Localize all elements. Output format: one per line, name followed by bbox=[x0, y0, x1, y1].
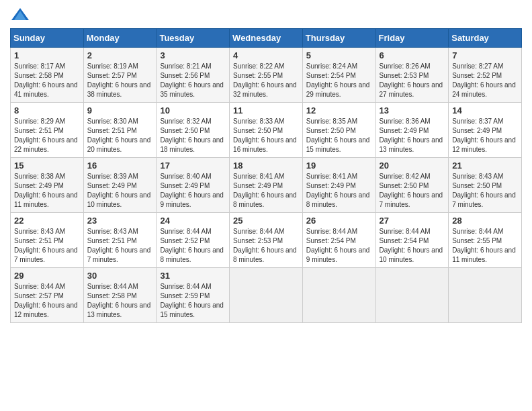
day-number: 7 bbox=[452, 50, 518, 60]
calendar-cell: 16 Sunrise: 8:39 AM Sunset: 2:49 PM Dayl… bbox=[83, 158, 157, 213]
daylight-label: Daylight: 6 hours and 7 minutes. bbox=[380, 191, 443, 208]
sunset-label: Sunset: 2:54 PM bbox=[380, 237, 429, 244]
sunrise-label: Sunrise: 8:41 AM bbox=[306, 173, 357, 180]
day-info: Sunrise: 8:36 AM Sunset: 2:49 PM Dayligh… bbox=[380, 117, 445, 154]
calendar-cell: 11 Sunrise: 8:33 AM Sunset: 2:50 PM Dayl… bbox=[230, 103, 303, 158]
daylight-label: Daylight: 6 hours and 12 minutes. bbox=[14, 302, 78, 318]
sunrise-label: Sunrise: 8:44 AM bbox=[14, 283, 65, 290]
calendar-cell: 3 Sunrise: 8:21 AM Sunset: 2:56 PM Dayli… bbox=[157, 48, 230, 103]
sunset-label: Sunset: 2:54 PM bbox=[306, 72, 356, 79]
calendar-cell: 31 Sunrise: 8:44 AM Sunset: 2:59 PM Dayl… bbox=[157, 268, 230, 323]
daylight-label: Daylight: 6 hours and 22 minutes. bbox=[14, 136, 78, 153]
sunrise-label: Sunrise: 8:29 AM bbox=[14, 118, 65, 125]
daylight-label: Daylight: 6 hours and 7 minutes. bbox=[87, 246, 151, 263]
daylight-label: Daylight: 6 hours and 32 minutes. bbox=[233, 81, 297, 98]
day-number: 20 bbox=[380, 161, 445, 171]
sunrise-label: Sunrise: 8:38 AM bbox=[14, 173, 65, 180]
day-number: 8 bbox=[14, 105, 80, 116]
sunrise-label: Sunrise: 8:27 AM bbox=[452, 62, 503, 70]
sunrise-label: Sunrise: 8:37 AM bbox=[452, 118, 503, 125]
calendar-cell: 6 Sunrise: 8:26 AM Sunset: 2:53 PM Dayli… bbox=[375, 48, 449, 103]
calendar-cell: 13 Sunrise: 8:36 AM Sunset: 2:49 PM Dayl… bbox=[375, 103, 449, 158]
calendar-cell: 7 Sunrise: 8:27 AM Sunset: 2:52 PM Dayli… bbox=[449, 48, 522, 103]
daylight-label: Daylight: 6 hours and 10 minutes. bbox=[380, 246, 443, 263]
calendar-cell: 26 Sunrise: 8:44 AM Sunset: 2:54 PM Dayl… bbox=[302, 213, 375, 268]
day-number: 12 bbox=[306, 105, 372, 116]
calendar-cell: 12 Sunrise: 8:35 AM Sunset: 2:50 PM Dayl… bbox=[302, 103, 375, 158]
day-number: 2 bbox=[87, 50, 153, 60]
sunset-label: Sunset: 2:49 PM bbox=[306, 182, 356, 189]
calendar-cell: 17 Sunrise: 8:40 AM Sunset: 2:49 PM Dayl… bbox=[157, 158, 230, 213]
day-number: 10 bbox=[160, 105, 226, 116]
sunset-label: Sunset: 2:50 PM bbox=[160, 127, 210, 134]
sunrise-label: Sunrise: 8:44 AM bbox=[87, 283, 138, 290]
daylight-label: Daylight: 6 hours and 11 minutes. bbox=[452, 246, 516, 263]
calendar-cell: 24 Sunrise: 8:44 AM Sunset: 2:52 PM Dayl… bbox=[157, 213, 230, 268]
daylight-label: Daylight: 6 hours and 11 minutes. bbox=[14, 191, 78, 208]
sunrise-label: Sunrise: 8:41 AM bbox=[233, 173, 284, 180]
day-number: 3 bbox=[160, 50, 226, 60]
sunrise-label: Sunrise: 8:44 AM bbox=[160, 228, 211, 235]
day-info: Sunrise: 8:44 AM Sunset: 2:55 PM Dayligh… bbox=[452, 227, 518, 265]
day-number: 16 bbox=[87, 161, 153, 171]
sunrise-label: Sunrise: 8:44 AM bbox=[452, 228, 503, 235]
page-container: SundayMondayTuesdayWednesdayThursdayFrid… bbox=[0, 0, 532, 330]
calendar-week-5: 29 Sunrise: 8:44 AM Sunset: 2:57 PM Dayl… bbox=[11, 268, 522, 323]
calendar-cell: 30 Sunrise: 8:44 AM Sunset: 2:58 PM Dayl… bbox=[83, 268, 157, 323]
sunset-label: Sunset: 2:53 PM bbox=[380, 72, 429, 79]
day-number: 30 bbox=[87, 271, 153, 281]
weekday-header-friday: Friday bbox=[375, 29, 449, 48]
day-info: Sunrise: 8:40 AM Sunset: 2:49 PM Dayligh… bbox=[160, 172, 226, 210]
day-info: Sunrise: 8:37 AM Sunset: 2:49 PM Dayligh… bbox=[452, 117, 518, 154]
sunrise-label: Sunrise: 8:21 AM bbox=[160, 62, 211, 70]
day-number: 1 bbox=[14, 50, 80, 60]
sunset-label: Sunset: 2:50 PM bbox=[380, 182, 429, 189]
daylight-label: Daylight: 6 hours and 18 minutes. bbox=[160, 136, 224, 153]
calendar-cell bbox=[375, 268, 449, 323]
daylight-label: Daylight: 6 hours and 24 minutes. bbox=[452, 81, 516, 98]
weekday-header-saturday: Saturday bbox=[449, 29, 522, 48]
sunset-label: Sunset: 2:56 PM bbox=[160, 72, 210, 79]
calendar-week-4: 22 Sunrise: 8:43 AM Sunset: 2:51 PM Dayl… bbox=[11, 213, 522, 268]
day-info: Sunrise: 8:22 AM Sunset: 2:55 PM Dayligh… bbox=[233, 62, 299, 99]
sunrise-label: Sunrise: 8:30 AM bbox=[87, 118, 138, 125]
calendar-cell: 20 Sunrise: 8:42 AM Sunset: 2:50 PM Dayl… bbox=[375, 158, 449, 213]
sunset-label: Sunset: 2:58 PM bbox=[87, 292, 137, 300]
day-info: Sunrise: 8:44 AM Sunset: 2:58 PM Dayligh… bbox=[87, 282, 153, 320]
day-number: 28 bbox=[452, 216, 518, 226]
sunrise-label: Sunrise: 8:43 AM bbox=[87, 228, 138, 235]
daylight-label: Daylight: 6 hours and 38 minutes. bbox=[87, 81, 151, 98]
day-number: 6 bbox=[380, 50, 445, 60]
calendar-cell: 22 Sunrise: 8:43 AM Sunset: 2:51 PM Dayl… bbox=[11, 213, 84, 268]
sunrise-label: Sunrise: 8:22 AM bbox=[233, 62, 284, 70]
day-info: Sunrise: 8:44 AM Sunset: 2:53 PM Dayligh… bbox=[233, 227, 299, 265]
day-number: 21 bbox=[452, 161, 518, 171]
daylight-label: Daylight: 6 hours and 16 minutes. bbox=[233, 136, 297, 153]
day-number: 22 bbox=[14, 216, 80, 226]
sunset-label: Sunset: 2:49 PM bbox=[380, 127, 429, 134]
calendar-cell: 5 Sunrise: 8:24 AM Sunset: 2:54 PM Dayli… bbox=[302, 48, 375, 103]
day-info: Sunrise: 8:43 AM Sunset: 2:51 PM Dayligh… bbox=[14, 227, 80, 265]
day-number: 13 bbox=[380, 105, 445, 116]
weekday-header-wednesday: Wednesday bbox=[230, 29, 303, 48]
day-info: Sunrise: 8:44 AM Sunset: 2:52 PM Dayligh… bbox=[160, 227, 226, 265]
calendar-cell bbox=[230, 268, 303, 323]
sunset-label: Sunset: 2:49 PM bbox=[87, 182, 137, 189]
day-info: Sunrise: 8:43 AM Sunset: 2:50 PM Dayligh… bbox=[452, 172, 518, 210]
sunset-label: Sunset: 2:51 PM bbox=[14, 127, 64, 134]
daylight-label: Daylight: 6 hours and 9 minutes. bbox=[306, 246, 370, 263]
sunrise-label: Sunrise: 8:44 AM bbox=[306, 228, 357, 235]
day-number: 18 bbox=[233, 161, 299, 171]
daylight-label: Daylight: 6 hours and 41 minutes. bbox=[14, 81, 78, 98]
day-info: Sunrise: 8:17 AM Sunset: 2:58 PM Dayligh… bbox=[14, 62, 80, 99]
daylight-label: Daylight: 6 hours and 15 minutes. bbox=[160, 302, 224, 318]
day-info: Sunrise: 8:30 AM Sunset: 2:51 PM Dayligh… bbox=[87, 117, 153, 154]
calendar-cell: 28 Sunrise: 8:44 AM Sunset: 2:55 PM Dayl… bbox=[449, 213, 522, 268]
sunset-label: Sunset: 2:57 PM bbox=[14, 292, 64, 300]
day-number: 11 bbox=[233, 105, 299, 116]
sunrise-label: Sunrise: 8:42 AM bbox=[380, 173, 431, 180]
day-number: 5 bbox=[306, 50, 372, 60]
calendar-cell: 23 Sunrise: 8:43 AM Sunset: 2:51 PM Dayl… bbox=[83, 213, 157, 268]
sunset-label: Sunset: 2:51 PM bbox=[87, 237, 137, 244]
day-number: 24 bbox=[160, 216, 226, 226]
